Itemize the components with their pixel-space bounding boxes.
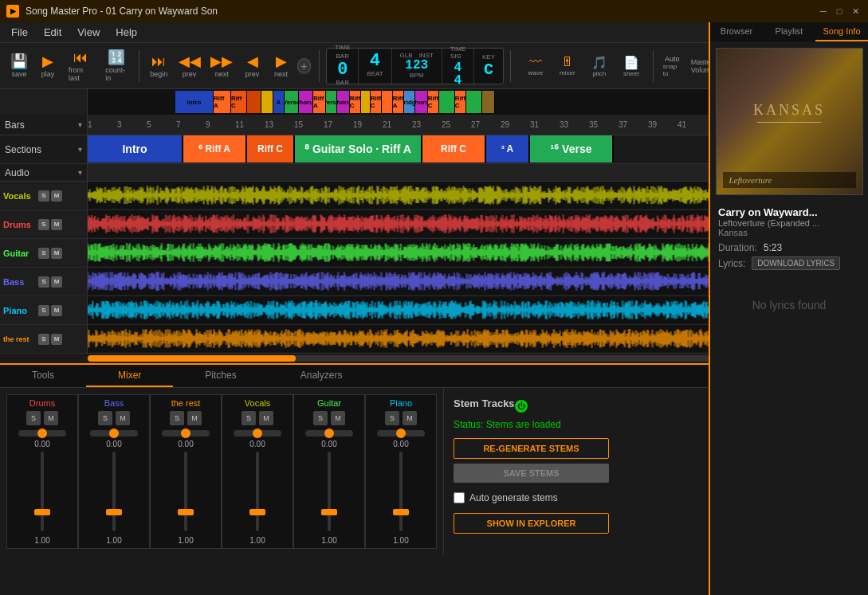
- solo-button[interactable]: S: [38, 276, 49, 288]
- channel-fader[interactable]: [328, 452, 331, 531]
- section-block[interactable]: ⁸ Guitar Solo · Riff A: [295, 135, 422, 162]
- channel-fader-thumb[interactable]: [106, 509, 122, 515]
- section-block[interactable]: ³ A: [486, 135, 530, 162]
- channel-solo[interactable]: S: [26, 411, 41, 425]
- channel-pan-thumb[interactable]: [396, 429, 406, 438]
- channel-pan[interactable]: [305, 430, 353, 436]
- solo-button[interactable]: S: [38, 305, 49, 316]
- next-section-button[interactable]: ▶▶ next: [207, 53, 237, 80]
- wave-segment[interactable]: Riff C: [231, 91, 247, 113]
- channel-pan-thumb[interactable]: [109, 429, 119, 438]
- channel-solo[interactable]: S: [170, 411, 184, 425]
- channel-fader-thumb[interactable]: [34, 509, 50, 515]
- download-lyrics-button[interactable]: DOWNLOAD LYRICS: [752, 256, 840, 270]
- regen-stems-button[interactable]: RE-GENERATE STEMS: [454, 438, 609, 459]
- wave-segment[interactable]: Chorus: [299, 91, 313, 113]
- channel-solo[interactable]: S: [313, 411, 328, 425]
- wave-segment[interactable]: Riff A: [214, 91, 231, 113]
- auto-generate-checkbox[interactable]: [454, 492, 465, 503]
- channel-solo[interactable]: S: [98, 411, 112, 425]
- wave-segment[interactable]: Verse: [285, 91, 299, 113]
- solo-button[interactable]: S: [38, 248, 49, 259]
- channel-mute[interactable]: M: [44, 411, 58, 425]
- channel-pan-thumb[interactable]: [181, 429, 190, 438]
- mute-button[interactable]: M: [51, 248, 62, 259]
- channel-mute[interactable]: M: [331, 411, 345, 425]
- channel-pan-thumb[interactable]: [37, 429, 47, 438]
- next-bar-button[interactable]: ▶ next: [269, 53, 294, 80]
- bottom-tab-tools[interactable]: Tools: [0, 365, 86, 387]
- wave-segment[interactable]: Riff A: [393, 91, 404, 113]
- mute-button[interactable]: M: [51, 219, 62, 230]
- bottom-tab-mixer[interactable]: Mixer: [86, 365, 173, 387]
- channel-mute[interactable]: M: [259, 411, 273, 425]
- prev-section-button[interactable]: ◀◀ prev: [175, 53, 204, 80]
- bottom-tab-analyzers[interactable]: Analyzers: [269, 365, 375, 387]
- mute-button[interactable]: M: [51, 190, 62, 202]
- channel-pan[interactable]: [377, 430, 425, 436]
- begin-button[interactable]: ⏭ begin: [146, 53, 171, 80]
- menu-file[interactable]: File: [3, 25, 36, 40]
- close-button[interactable]: ✕: [849, 5, 862, 18]
- wave-segment[interactable]: Chorus: [415, 91, 428, 113]
- mixer-button[interactable]: 🎚 mixer: [552, 53, 583, 78]
- channel-pan[interactable]: [234, 430, 281, 436]
- channel-mute[interactable]: M: [116, 411, 130, 425]
- mute-button[interactable]: M: [51, 334, 62, 345]
- channel-fader[interactable]: [41, 452, 44, 531]
- prev-bar-button[interactable]: ◀ prev: [240, 53, 265, 80]
- wave-segment[interactable]: Riff C: [455, 91, 466, 113]
- channel-fader-thumb[interactable]: [249, 509, 265, 515]
- channel-fader-thumb[interactable]: [393, 509, 409, 515]
- section-block[interactable]: Riff C: [247, 135, 295, 162]
- channel-pan-thumb[interactable]: [253, 429, 262, 438]
- mute-button[interactable]: M: [51, 276, 62, 288]
- maximize-button[interactable]: □: [833, 5, 846, 18]
- section-block[interactable]: ¹⁶ Verse: [530, 135, 614, 162]
- wave-segment[interactable]: [482, 91, 495, 113]
- channel-fader-thumb[interactable]: [321, 509, 337, 515]
- channel-solo[interactable]: S: [242, 411, 256, 425]
- channel-pan[interactable]: [90, 430, 138, 436]
- channel-fader[interactable]: [112, 452, 116, 531]
- wave-segment[interactable]: [382, 91, 393, 113]
- pitch-button[interactable]: 🎵 pitch: [584, 53, 615, 79]
- save-button[interactable]: 💾 save: [6, 53, 32, 80]
- horizontal-scrollbar[interactable]: [88, 355, 780, 362]
- count-in-button[interactable]: 🔢 count-in: [100, 49, 132, 84]
- channel-pan[interactable]: [162, 430, 210, 436]
- channel-fader[interactable]: [256, 452, 259, 531]
- channel-mute[interactable]: M: [403, 411, 417, 425]
- wave-button[interactable]: 〰 wave: [520, 53, 551, 78]
- play-button[interactable]: ▶ play: [35, 53, 61, 80]
- wave-segment[interactable]: [247, 91, 261, 113]
- channel-fader[interactable]: [184, 452, 187, 531]
- channel-fader-thumb[interactable]: [178, 509, 194, 515]
- solo-button[interactable]: S: [38, 219, 49, 230]
- wave-segment[interactable]: Riff C: [350, 91, 361, 113]
- show-in-explorer-button[interactable]: SHOW IN EXPLORER: [454, 513, 609, 534]
- wave-segment[interactable]: A: [273, 91, 285, 113]
- sheet-button[interactable]: 📄 sheet: [616, 53, 646, 79]
- minimize-button[interactable]: ─: [817, 5, 830, 18]
- wave-segment[interactable]: [361, 91, 371, 113]
- wave-segment[interactable]: Verse: [326, 91, 337, 113]
- wave-segment[interactable]: Riff C: [371, 91, 382, 113]
- scrollbar-thumb[interactable]: [88, 355, 296, 362]
- channel-pan[interactable]: [18, 430, 66, 436]
- menu-view[interactable]: View: [69, 25, 108, 40]
- menu-help[interactable]: Help: [108, 25, 145, 40]
- solo-button[interactable]: S: [38, 190, 49, 202]
- solo-button[interactable]: S: [38, 334, 49, 345]
- from-last-button[interactable]: ⏮ from last: [64, 49, 97, 84]
- wave-segment[interactable]: Bridge: [404, 91, 415, 113]
- section-block[interactable]: Intro: [88, 135, 183, 162]
- wave-segment[interactable]: Riff C: [428, 91, 439, 113]
- channel-fader[interactable]: [399, 452, 403, 531]
- wave-segment[interactable]: [466, 91, 482, 113]
- wave-segment[interactable]: Riff A: [313, 91, 326, 113]
- section-block[interactable]: ⁶ Riff A: [183, 135, 247, 162]
- wave-segment[interactable]: Chorus: [337, 91, 350, 113]
- wave-segment[interactable]: [261, 91, 273, 113]
- channel-solo[interactable]: S: [385, 411, 399, 425]
